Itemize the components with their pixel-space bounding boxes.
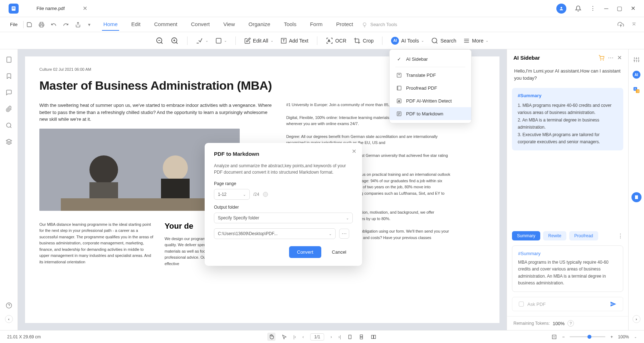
zoom-thumb[interactable] bbox=[587, 335, 591, 339]
first-page-icon[interactable]: |‹ bbox=[293, 334, 296, 339]
ai-chips: Summary Rewite Proofread ⋮ bbox=[507, 231, 628, 244]
file-menu[interactable]: File bbox=[7, 22, 20, 27]
two-page-icon[interactable] bbox=[370, 334, 377, 339]
modal-close-icon[interactable]: ✕ bbox=[352, 148, 356, 155]
ocr-button[interactable]: AOCR bbox=[326, 37, 346, 44]
ai-dd-proofread[interactable]: Proofread PDF bbox=[390, 81, 471, 94]
collapse-left-icon[interactable]: ‹ bbox=[5, 315, 13, 323]
comment-icon[interactable] bbox=[6, 89, 12, 96]
help-icon[interactable] bbox=[6, 302, 12, 309]
layers-icon[interactable] bbox=[6, 139, 12, 145]
tab-convert[interactable]: Convert bbox=[190, 18, 211, 31]
tab-form[interactable]: Form bbox=[308, 18, 324, 31]
tab-home[interactable]: Home bbox=[102, 18, 119, 31]
prev-page-icon[interactable]: ‹ bbox=[302, 334, 304, 339]
tab-organize[interactable]: Organize bbox=[247, 18, 272, 31]
ai-tools-button[interactable]: AIAI Tools⌄ bbox=[391, 37, 424, 45]
zoom-in-button[interactable] bbox=[171, 37, 179, 45]
single-page-icon[interactable] bbox=[347, 334, 352, 340]
zoom-out-icon[interactable]: − bbox=[562, 334, 565, 339]
tokens-help-icon[interactable]: ? bbox=[567, 320, 574, 327]
zoom-out-button[interactable] bbox=[156, 37, 164, 45]
bookmark-icon[interactable] bbox=[6, 73, 12, 79]
settings-icon[interactable] bbox=[633, 56, 640, 63]
cart-icon[interactable] bbox=[599, 55, 604, 61]
ai-rail-icon[interactable]: AI bbox=[633, 71, 640, 79]
highlight-button[interactable]: ⌄ bbox=[196, 37, 208, 44]
print-icon[interactable] bbox=[39, 22, 44, 28]
tab-edit[interactable]: Edit bbox=[130, 18, 142, 31]
last-page-icon[interactable]: ›| bbox=[338, 334, 341, 339]
next-page-icon[interactable]: › bbox=[331, 334, 332, 339]
bell-icon[interactable] bbox=[575, 5, 581, 12]
find-icon[interactable] bbox=[6, 122, 12, 129]
more-button[interactable]: More⌄ bbox=[463, 38, 488, 44]
status-right: − + 100% ⌄ bbox=[551, 334, 637, 339]
page-range-select[interactable]: 1-12 ⌄ bbox=[214, 189, 250, 200]
continuous-page-icon[interactable] bbox=[359, 334, 364, 340]
shape-button[interactable]: ⌄ bbox=[215, 38, 227, 44]
translate-icon[interactable]: A文 bbox=[633, 86, 640, 94]
zoom-slider[interactable] bbox=[570, 336, 605, 337]
browse-button[interactable]: ⋯ bbox=[339, 229, 349, 239]
tab-comment[interactable]: Comment bbox=[153, 18, 179, 31]
ai-more-icon[interactable]: ⋯ bbox=[608, 54, 614, 61]
save-icon[interactable] bbox=[26, 22, 32, 28]
ai-dd-markdown[interactable]: PDF to Markdown bbox=[390, 107, 471, 120]
ai-dd-sidebar[interactable]: ✓ AI Sidebar bbox=[390, 53, 471, 65]
svg-marker-17 bbox=[6, 139, 11, 142]
ai-checkbox[interactable] bbox=[519, 302, 524, 307]
share-icon[interactable] bbox=[75, 22, 81, 28]
ai-dd-detect[interactable]: AI PDF AI-Written Detect bbox=[390, 94, 471, 107]
svg-point-5 bbox=[363, 23, 366, 25]
tab-protect[interactable]: Protect bbox=[335, 18, 355, 31]
page-total: /24 bbox=[253, 192, 259, 197]
ai-card-body: 1. MBA programs require 40-60 credits an… bbox=[518, 102, 618, 145]
dropdown-caret-icon[interactable]: ▼ bbox=[87, 23, 91, 27]
hand-tool-icon[interactable] bbox=[267, 333, 275, 341]
attachment-icon[interactable] bbox=[6, 106, 12, 112]
radio-option[interactable] bbox=[263, 192, 268, 197]
ai-dd-translate[interactable]: Translate PDF bbox=[390, 69, 471, 81]
collapse-right-icon[interactable]: › bbox=[633, 315, 640, 323]
send-icon[interactable] bbox=[610, 301, 616, 307]
modal-desc: Analyze and summarize the abstract,key p… bbox=[214, 163, 353, 175]
fit-width-icon[interactable] bbox=[551, 334, 557, 339]
crop-button[interactable]: Crop bbox=[353, 37, 374, 44]
ai-input-row[interactable]: Ask PDF bbox=[512, 297, 623, 311]
output-path-select[interactable]: C:\Users\13609\Desktop\PDF... ⌄ bbox=[214, 228, 336, 239]
minimize-icon[interactable]: ─ bbox=[604, 5, 608, 12]
search-button[interactable]: Search bbox=[431, 37, 456, 44]
maximize-icon[interactable]: ▢ bbox=[617, 5, 622, 12]
select-tool-icon[interactable] bbox=[282, 334, 287, 339]
ai-close-icon[interactable]: ✕ bbox=[617, 54, 622, 61]
redo-icon[interactable] bbox=[63, 22, 69, 28]
tab-tools[interactable]: Tools bbox=[282, 18, 298, 31]
edit-all-button[interactable]: Edit All⌄ bbox=[244, 38, 273, 44]
cancel-button[interactable]: Cancel bbox=[326, 246, 353, 258]
document-tab[interactable]: File name.pdf ✕ bbox=[29, 2, 94, 15]
cloud-upload-icon[interactable] bbox=[618, 21, 624, 28]
zoom-in-icon[interactable]: + bbox=[610, 334, 613, 339]
thumbnails-icon[interactable] bbox=[6, 56, 12, 63]
chip-summary[interactable]: Summary bbox=[512, 231, 540, 240]
add-text-button[interactable]: Add Text bbox=[280, 38, 308, 44]
convert-button[interactable]: Convert bbox=[289, 246, 321, 258]
tab-view[interactable]: View bbox=[222, 18, 236, 31]
tab-close-icon[interactable]: ✕ bbox=[83, 5, 87, 12]
page-number[interactable]: 1/1 bbox=[310, 333, 324, 340]
kebab-icon[interactable]: ⋮ bbox=[590, 5, 596, 12]
zoom-chevron-icon[interactable]: ⌄ bbox=[634, 335, 637, 339]
modal-title: PDF to Markdown bbox=[214, 151, 353, 157]
close-icon[interactable]: ✕ bbox=[631, 5, 635, 12]
svg-rect-48 bbox=[360, 337, 362, 339]
output-folder-select[interactable]: Specify Specify folder ⌄ bbox=[214, 213, 353, 223]
undo-icon[interactable] bbox=[51, 22, 57, 28]
doc-rail-icon[interactable] bbox=[631, 192, 641, 202]
collapse-up-icon[interactable] bbox=[631, 22, 637, 27]
chip-rewrite[interactable]: Rewite bbox=[543, 231, 566, 240]
user-avatar[interactable] bbox=[556, 4, 566, 14]
search-tools[interactable]: Search Tools bbox=[362, 22, 397, 28]
chip-proofread[interactable]: Proofread bbox=[569, 231, 598, 240]
chip-more-icon[interactable]: ⋮ bbox=[618, 233, 623, 239]
